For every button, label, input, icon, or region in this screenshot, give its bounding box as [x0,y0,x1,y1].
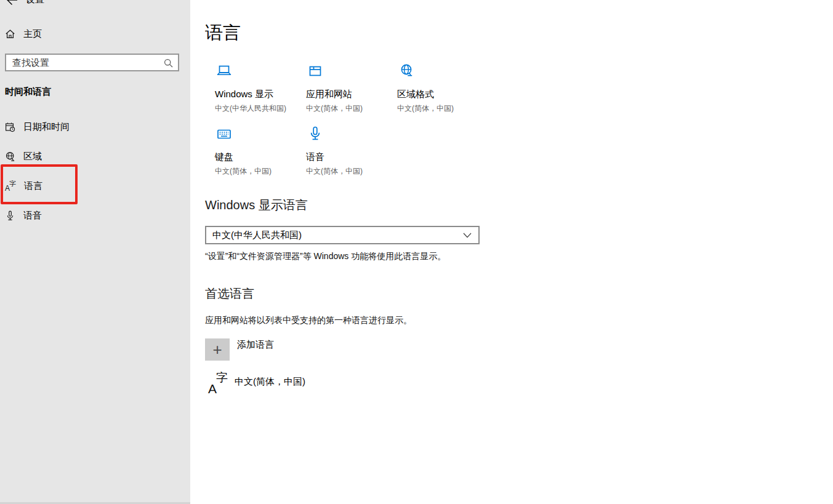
language-icon: A 字 [208,372,229,395]
sidebar-item-home[interactable]: 主页 [5,27,42,41]
tile-regional-format[interactable]: 区域格式 中文(简体，中国) [397,62,485,114]
search-icon [164,58,173,68]
tile-apps-websites[interactable]: 应用和网站 中文(简体，中国) [306,62,393,114]
laptop-icon [215,62,233,81]
sidebar-item-language[interactable]: A 字 语言 [0,179,190,193]
display-language-heading: Windows 显示语言 [205,197,308,214]
sidebar-item-label: 语音 [23,210,42,222]
tile-title: 区域格式 [397,89,485,100]
display-language-description: “设置”和“文件资源管理器”等 Windows 功能将使用此语言显示。 [205,251,446,262]
desk-globe-icon [397,62,416,81]
microphone-icon [5,210,15,221]
tile-subtitle: 中文(中华人民共和国) [215,103,302,114]
add-language-button[interactable]: + 添加语言 [205,338,480,361]
sidebar-item-label: 区域 [23,151,42,162]
microphone-icon [306,125,324,143]
sidebar-item-home-label: 主页 [23,28,42,40]
sidebar: 设置 主页 时间和语言 [0,0,190,504]
tile-subtitle: 中文(简体，中国) [306,166,393,177]
chevron-down-icon [463,233,472,238]
home-icon [5,29,15,39]
tile-subtitle: 中文(简体，中国) [215,166,302,177]
display-language-dropdown[interactable]: 中文(中华人民共和国) [205,226,480,244]
sidebar-item-speech[interactable]: 语音 [0,209,190,222]
tile-keyboard[interactable]: 键盘 中文(简体，中国) [215,125,302,177]
tile-title: Windows 显示 [215,89,302,100]
settings-window: 设置 主页 时间和语言 [0,0,833,504]
globe-icon [5,151,15,162]
tile-windows-display[interactable]: Windows 显示 中文(中华人民共和国) [215,62,302,114]
tile-title: 键盘 [215,151,302,163]
app-window-icon [306,62,324,81]
window-title: 设置 [26,0,44,6]
search-input[interactable] [6,55,158,70]
preferred-languages-heading: 首选语言 [205,286,254,302]
dropdown-selected-value: 中文(中华人民共和国) [212,227,302,243]
language-list-item[interactable]: A 字 中文(简体，中国) [205,369,480,401]
add-language-label: 添加语言 [237,339,274,351]
language-icon: A 字 [5,181,16,191]
sidebar-item-label: 语言 [24,180,42,192]
search-box [5,54,179,71]
tile-title: 语音 [306,151,393,163]
sidebar-section-heading: 时间和语言 [5,86,51,98]
sidebar-item-label: 日期和时间 [23,121,70,133]
keyboard-icon [215,125,233,143]
language-name: 中文(简体，中国) [235,376,305,388]
sidebar-item-date-time[interactable]: 日期和时间 [0,120,190,134]
page-title: 语言 [205,21,241,46]
tile-subtitle: 中文(简体，中国) [397,103,485,114]
back-button[interactable] [7,0,18,6]
plus-icon: + [205,338,230,361]
preferred-languages-description: 应用和网站将以列表中受支持的第一种语言进行显示。 [205,315,412,326]
sidebar-item-region[interactable]: 区域 [0,150,190,163]
tile-subtitle: 中文(简体，中国) [306,103,393,114]
tile-speech[interactable]: 语音 中文(简体，中国) [306,125,393,177]
tile-title: 应用和网站 [306,89,393,100]
calendar-clock-icon [5,122,15,132]
back-arrow-icon [7,0,18,6]
